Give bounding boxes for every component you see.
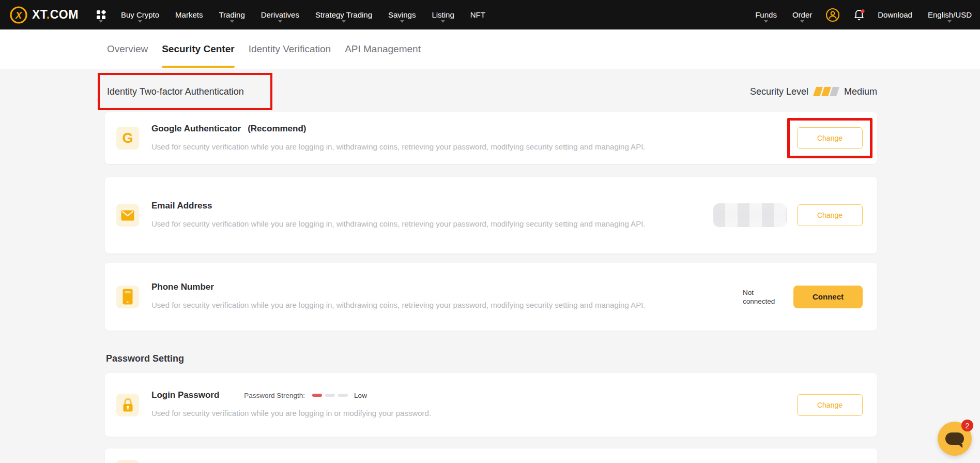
apps-grid-menu[interactable] xyxy=(96,0,106,29)
login-password-title: Login Password xyxy=(151,390,219,400)
email-title: Email Address xyxy=(151,201,212,211)
tab-identity-verification[interactable]: Identity Verification xyxy=(249,29,331,69)
login-password-body: Login Password Password Strength: Low Us… xyxy=(151,390,797,420)
language-currency-selector[interactable]: English/USD xyxy=(928,0,972,29)
google-authenticator-title: Google Authenticator xyxy=(151,124,241,134)
lock-icon xyxy=(121,397,135,413)
chevron-down-icon xyxy=(400,20,404,23)
google-authenticator-icon: G xyxy=(116,127,139,150)
nav-item-nft[interactable]: NFT xyxy=(470,0,485,29)
tab-overview[interactable]: Overview xyxy=(107,29,148,69)
phone-body: Phone Number Used for security verificat… xyxy=(151,282,743,311)
nav-item-markets[interactable]: Markets xyxy=(175,0,203,29)
chat-unread-badge: 2 xyxy=(961,420,973,431)
nav-right-group: Funds Order Download English/USD xyxy=(740,0,972,29)
phone-status: Not connected xyxy=(743,288,784,306)
chevron-down-icon xyxy=(441,20,445,23)
level-bar-empty xyxy=(830,87,839,96)
support-chat-button[interactable]: 2 xyxy=(938,422,972,456)
xt-logo[interactable]: X XT.COM xyxy=(9,6,79,24)
xt-logo-mark-icon: X xyxy=(9,6,28,24)
account-tabs: Overview Security Center Identity Verifi… xyxy=(0,29,980,69)
logo-text: XT.COM xyxy=(32,8,79,22)
phone-connect-button[interactable]: Connect xyxy=(793,286,863,308)
nav-item-listing[interactable]: Listing xyxy=(432,0,454,29)
email-icon-wrap xyxy=(116,204,139,227)
login-password-desc: Used for security verification while you… xyxy=(151,407,797,420)
nav-item-download[interactable]: Download xyxy=(878,0,912,29)
google-change-slot: Change xyxy=(797,127,863,149)
email-change-slot: Change xyxy=(797,204,863,226)
chevron-down-icon xyxy=(800,20,804,23)
login-password-card: Login Password Password Strength: Low Us… xyxy=(105,373,877,437)
google-authenticator-desc: Used for security verification while you… xyxy=(151,140,797,153)
nav-item-buy-crypto[interactable]: Buy Crypto xyxy=(121,0,159,29)
chat-bubble-tail xyxy=(958,444,962,448)
google-change-button[interactable]: Change xyxy=(797,127,863,149)
phone-connect-slot: Connect xyxy=(793,286,863,308)
password-strength-bars xyxy=(312,394,348,397)
phone-number-card: Phone Number Used for security verificat… xyxy=(105,263,877,331)
google-g-icon: G xyxy=(122,131,133,145)
chevron-down-icon xyxy=(764,20,768,23)
masked-email-value xyxy=(713,203,787,227)
email-body: Email Address Used for security verifica… xyxy=(151,201,711,230)
annotation-box-title: Identity Two-factor Authentication xyxy=(98,73,272,110)
security-level-label: Security Level xyxy=(750,86,808,97)
google-authenticator-tag: (Recommend) xyxy=(248,124,306,134)
phone-icon xyxy=(122,289,133,305)
notification-dot xyxy=(861,9,865,13)
password-strength-group: Password Strength: Low xyxy=(244,392,367,399)
nav-item-strategy-trading[interactable]: Strategy Trading xyxy=(315,0,372,29)
email-change-button[interactable]: Change xyxy=(797,204,863,226)
envelope-icon xyxy=(121,210,134,221)
strength-bar-empty xyxy=(325,394,335,397)
apps-grid-icon xyxy=(96,10,106,20)
email-address-card: Email Address Used for security verifica… xyxy=(105,177,877,253)
password-change-button[interactable]: Change xyxy=(797,394,863,416)
active-tab-underline xyxy=(162,66,234,68)
security-center-content: Identity Two-factor Authentication Secur… xyxy=(105,69,877,463)
security-level-value: Medium xyxy=(844,86,877,97)
svg-text:X: X xyxy=(15,10,22,20)
bell-icon xyxy=(853,9,865,21)
email-desc: Used for security verification while you… xyxy=(151,217,711,230)
next-setting-card xyxy=(105,449,877,463)
chevron-down-icon xyxy=(138,20,142,23)
google-authenticator-body: Google Authenticator (Recommend) Used fo… xyxy=(151,124,797,153)
tab-security-center[interactable]: Security Center xyxy=(162,29,234,69)
tab-api-management[interactable]: API Management xyxy=(345,29,421,69)
security-level-indicator: Security Level Medium xyxy=(750,86,877,97)
password-change-slot: Change xyxy=(797,394,863,416)
strength-bar-low xyxy=(312,394,322,397)
password-setting-title: Password Setting xyxy=(106,353,877,364)
phone-icon-wrap xyxy=(116,286,139,308)
nav-item-trading[interactable]: Trading xyxy=(219,0,244,29)
chevron-down-icon xyxy=(99,20,103,23)
google-authenticator-card: G Google Authenticator (Recommend) Used … xyxy=(105,112,877,164)
password-strength-label: Password Strength: xyxy=(244,392,305,399)
top-navigation: X XT.COM Buy Crypto Markets Trading Deri… xyxy=(0,0,980,29)
chevron-down-icon xyxy=(342,20,346,23)
chevron-down-icon xyxy=(947,20,952,23)
nav-item-order[interactable]: Order xyxy=(792,0,812,29)
chevron-down-icon xyxy=(278,20,282,23)
nav-item-derivatives[interactable]: Derivatives xyxy=(261,0,299,29)
notifications-button[interactable] xyxy=(853,0,865,29)
next-card-icon xyxy=(116,460,139,463)
security-level-bars xyxy=(815,87,838,96)
two-factor-section-title: Identity Two-factor Authentication xyxy=(107,86,244,97)
phone-title: Phone Number xyxy=(151,282,214,292)
strength-bar-empty xyxy=(338,394,348,397)
nav-item-savings[interactable]: Savings xyxy=(388,0,416,29)
two-factor-section-head: Identity Two-factor Authentication Secur… xyxy=(105,73,877,110)
chevron-down-icon xyxy=(230,20,234,23)
user-avatar-icon xyxy=(825,8,840,22)
phone-desc: Used for security verification while you… xyxy=(151,298,743,311)
password-strength-value: Low xyxy=(354,392,367,399)
chat-bubble-icon xyxy=(945,432,964,445)
nav-item-funds[interactable]: Funds xyxy=(755,0,777,29)
account-avatar-button[interactable] xyxy=(825,0,840,29)
lock-icon-wrap xyxy=(116,394,139,416)
